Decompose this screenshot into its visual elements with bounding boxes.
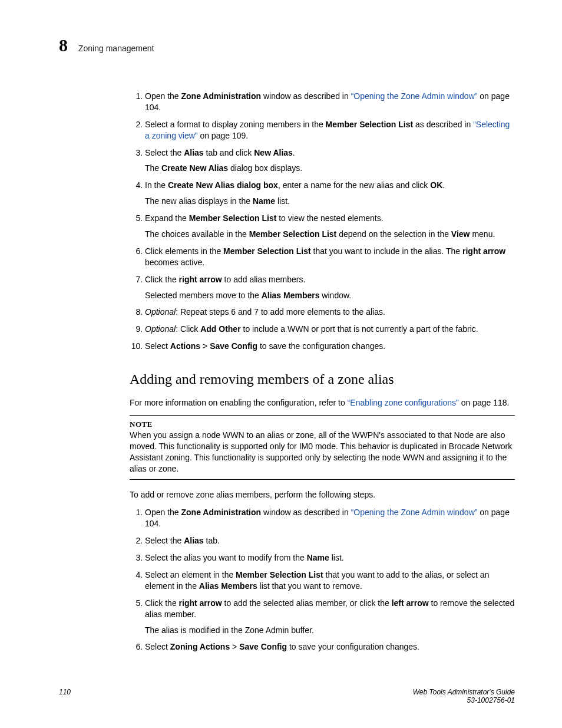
procedure-lead: To add or remove zone alias members, per… <box>130 489 515 500</box>
step-6: Click elements in the Member Selection L… <box>145 246 515 268</box>
step-10: Select Actions > Save Config to save the… <box>145 341 515 352</box>
step-7: Click the right arrow to add alias membe… <box>145 274 515 301</box>
main-content: Open the Zone Administration window as d… <box>130 91 515 653</box>
procedure-list-b: Open the Zone Administration window as d… <box>130 507 515 653</box>
step-b3: Select the alias you want to modify from… <box>145 552 515 564</box>
running-title: Zoning management <box>78 44 154 53</box>
doc-title: Web Tools Administrator's Guide <box>413 688 515 696</box>
note-label: NOTE <box>130 419 515 430</box>
step-b1: Open the Zone Administration window as d… <box>145 507 515 529</box>
note-block: NOTE When you assign a node WWN to an al… <box>130 415 515 479</box>
running-header: 8 Zoning management <box>59 35 515 55</box>
step-b5: Click the right arrow to add the selecte… <box>145 598 515 636</box>
step-8: Optional: Repeat steps 6 and 7 to add mo… <box>145 307 515 318</box>
doc-id: 53-1002756-01 <box>413 696 515 704</box>
page-number: 110 <box>59 688 71 704</box>
step-3: Select the Alias tab and click New Alias… <box>145 147 515 174</box>
section-heading: Adding and removing members of a zone al… <box>130 370 515 388</box>
section-intro: For more information on enabling the con… <box>130 397 515 409</box>
xref-open-zone-admin[interactable]: “Opening the Zone Admin window” <box>351 91 478 101</box>
page-footer: 110 Web Tools Administrator's Guide 53-1… <box>59 688 515 704</box>
step-4: In the Create New Alias dialog box, ente… <box>145 180 515 207</box>
step-5: Expand the Member Selection List to view… <box>145 213 515 240</box>
xref-open-zone-admin-b[interactable]: “Opening the Zone Admin window” <box>351 508 478 517</box>
note-body: When you assign a node WWN to an alias o… <box>130 430 515 475</box>
step-2: Select a format to display zoning member… <box>145 119 515 141</box>
step-b6: Select Zoning Actions > Save Config to s… <box>145 641 515 653</box>
chapter-number: 8 <box>59 35 68 55</box>
step-1: Open the Zone Administration window as d… <box>145 91 515 113</box>
step-b2: Select the Alias tab. <box>145 535 515 546</box>
step-9: Optional: Click Add Other to include a W… <box>145 324 515 335</box>
step-b4: Select an element in the Member Selectio… <box>145 569 515 592</box>
xref-enabling-zone-configs[interactable]: “Enabling zone configurations” <box>348 398 459 407</box>
procedure-list-a: Open the Zone Administration window as d… <box>130 91 515 352</box>
